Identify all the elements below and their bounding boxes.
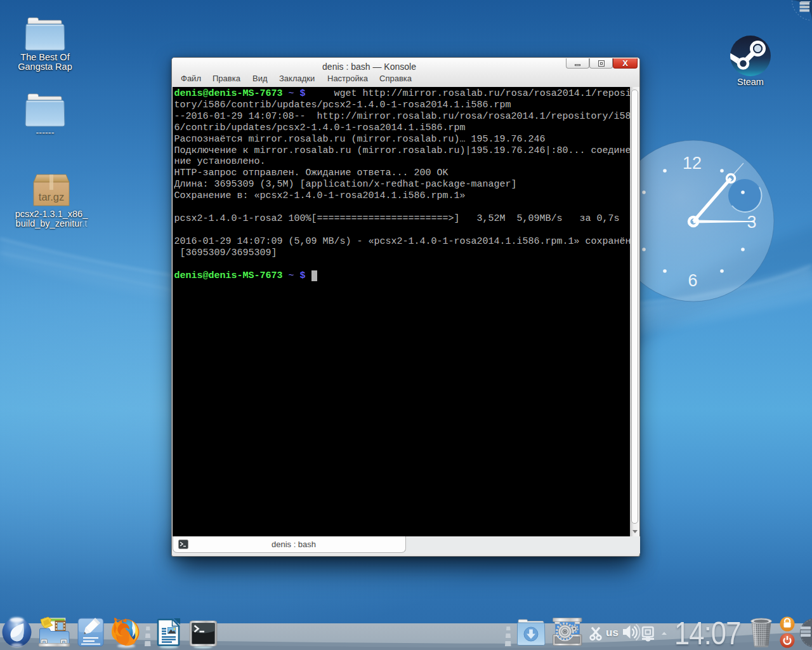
svg-text:3: 3 — [747, 213, 756, 232]
svg-text:12: 12 — [683, 154, 702, 173]
svg-text:tar.gz: tar.gz — [39, 191, 64, 202]
svg-text:6: 6 — [688, 271, 697, 290]
